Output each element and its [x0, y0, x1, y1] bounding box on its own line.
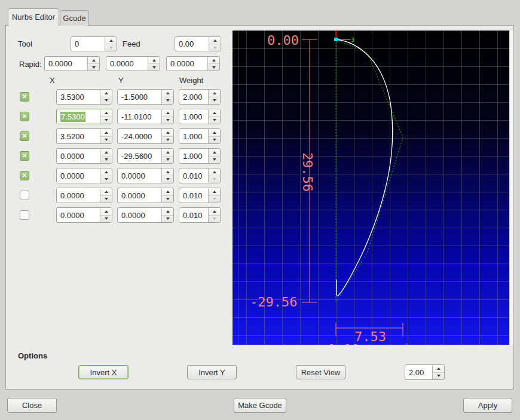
point-enabled-checkbox[interactable]: ✕	[20, 171, 29, 180]
spin-value[interactable]: 2.00	[405, 365, 432, 379]
spin-up-icon[interactable]	[209, 90, 220, 97]
spin-down-icon[interactable]	[100, 97, 112, 105]
spin-down-icon[interactable]	[162, 176, 173, 183]
spin-value[interactable]: 2.000	[179, 90, 208, 104]
spin-down-icon[interactable]	[162, 157, 173, 164]
spin-value[interactable]: 0.010	[179, 208, 208, 222]
spin-value[interactable]: -24.0000	[118, 129, 161, 143]
spin-down-icon[interactable]	[100, 196, 112, 203]
spin-down-icon[interactable]	[209, 176, 220, 183]
spin-down-icon[interactable]	[100, 137, 112, 144]
spin-value[interactable]: 1.000	[179, 129, 208, 143]
point-enabled-checkbox[interactable]: ✕	[20, 151, 29, 161]
spin-down-icon[interactable]	[100, 216, 112, 223]
spin-value[interactable]: 0.0000	[57, 168, 100, 183]
point-weight-spinbox[interactable]: 0.010	[179, 207, 221, 223]
point-x-spinbox[interactable]: 3.5300	[56, 89, 112, 105]
point-x-spinbox[interactable]: 0.0000	[56, 207, 112, 223]
spin-up-icon[interactable]	[100, 208, 112, 216]
spin-value[interactable]: 0.010	[179, 188, 208, 203]
spin-value[interactable]: 0.0000	[57, 208, 100, 222]
spin-value[interactable]: 0.0000	[118, 208, 161, 222]
preview-scrollbar[interactable]	[509, 30, 513, 345]
point-weight-spinbox[interactable]: 1.000	[179, 148, 221, 164]
spin-up-icon[interactable]	[162, 129, 173, 137]
point-weight-spinbox[interactable]: 1.000	[179, 128, 221, 144]
origin-control-point[interactable]	[334, 38, 338, 41]
spin-value[interactable]: 0.0000	[118, 168, 161, 183]
point-weight-spinbox[interactable]: 1.000	[179, 109, 221, 124]
spin-value[interactable]: 3.5300	[57, 90, 100, 104]
point-y-spinbox[interactable]: 0.0000	[117, 168, 174, 183]
spin-down-icon[interactable]	[209, 117, 220, 124]
spin-value[interactable]: 1.000	[179, 109, 208, 124]
spin-down-icon[interactable]	[162, 196, 173, 203]
point-enabled-checkbox[interactable]: ✕	[20, 131, 29, 141]
point-y-spinbox[interactable]: -24.0000	[117, 128, 174, 144]
spin-value[interactable]: 0.0000	[57, 188, 100, 203]
spin-up-icon[interactable]	[100, 90, 112, 97]
spin-up-icon[interactable]	[162, 188, 173, 196]
point-x-spinbox[interactable]: 0.0000	[56, 188, 112, 203]
spin-up-icon[interactable]	[162, 208, 173, 216]
point-x-spinbox[interactable]: 0.0000	[56, 148, 112, 164]
spin-down-icon[interactable]	[162, 97, 173, 105]
point-y-spinbox[interactable]: 0.0000	[117, 188, 174, 203]
point-enabled-checkbox[interactable]: ✕	[20, 92, 29, 102]
spin-value[interactable]: 0.0000	[118, 188, 161, 203]
point-y-spinbox[interactable]: 0.0000	[117, 207, 174, 223]
spin-up-icon[interactable]	[209, 109, 220, 117]
spin-value[interactable]: 7.5300	[57, 109, 100, 124]
spin-value[interactable]: -1.5000	[118, 90, 161, 104]
spin-up-icon[interactable]	[100, 109, 112, 117]
spin-down-icon[interactable]	[209, 97, 220, 105]
spin-down-icon[interactable]	[209, 216, 220, 223]
point-y-spinbox[interactable]: -1.5000	[117, 89, 174, 105]
spin-value[interactable]: 0.0000	[57, 149, 100, 163]
spin-up-icon[interactable]	[162, 149, 173, 157]
point-y-spinbox[interactable]: -29.5600	[117, 148, 174, 164]
point-y-spinbox[interactable]: -11.0100	[117, 109, 174, 124]
tab-nurbs-editor[interactable]: Nurbs Editor	[8, 8, 59, 26]
spin-down-icon[interactable]	[100, 117, 112, 124]
point-enabled-checkbox[interactable]: ✕	[20, 112, 29, 121]
spin-down-icon[interactable]	[162, 117, 173, 124]
nurbs-preview-canvas[interactable]: 3 0.00 29.56 -29.56 7.53 0.00	[233, 30, 509, 345]
spin-down-icon[interactable]	[209, 137, 220, 144]
apply-button[interactable]: Apply	[463, 398, 512, 413]
spin-value[interactable]: 1.000	[179, 149, 208, 163]
point-x-spinbox[interactable]: 3.5200	[56, 128, 112, 144]
spin-up-icon[interactable]	[100, 188, 112, 196]
point-weight-spinbox[interactable]: 0.010	[179, 188, 221, 203]
spin-down-icon[interactable]	[100, 176, 112, 183]
spin-down-icon[interactable]	[162, 137, 173, 144]
spin-down-icon[interactable]	[209, 196, 220, 203]
point-enabled-checkbox[interactable]	[20, 210, 29, 220]
spin-value[interactable]: -29.5600	[118, 149, 161, 163]
scale-spinbox[interactable]: 2.00	[405, 364, 445, 380]
spin-value[interactable]: 3.5200	[57, 129, 100, 143]
spin-up-icon[interactable]	[100, 168, 112, 176]
spin-down-icon[interactable]	[162, 216, 173, 223]
spin-up-icon[interactable]	[209, 149, 220, 157]
spin-up-icon[interactable]	[209, 208, 220, 216]
spin-down-icon[interactable]	[433, 373, 444, 380]
spin-down-icon[interactable]	[209, 157, 220, 164]
spin-value[interactable]: -11.0100	[118, 109, 161, 124]
reset-view-button[interactable]: Reset View	[296, 365, 345, 379]
spin-up-icon[interactable]	[209, 129, 220, 137]
spin-up-icon[interactable]	[433, 365, 444, 373]
point-x-spinbox[interactable]: 7.5300	[56, 109, 112, 124]
point-weight-spinbox[interactable]: 0.010	[179, 168, 221, 183]
spin-up-icon[interactable]	[100, 129, 112, 137]
invert-y-button[interactable]: Invert Y	[187, 365, 237, 379]
close-button[interactable]: Close	[7, 398, 57, 413]
spin-up-icon[interactable]	[209, 188, 220, 196]
tab-gcode[interactable]: Gcode	[60, 10, 89, 26]
point-x-spinbox[interactable]: 0.0000	[56, 168, 112, 183]
make-gcode-button[interactable]: Make Gcode	[234, 398, 286, 413]
spin-up-icon[interactable]	[162, 109, 173, 117]
spin-up-icon[interactable]	[209, 168, 220, 176]
invert-x-button[interactable]: Invert X	[78, 365, 129, 379]
spin-up-icon[interactable]	[162, 90, 173, 97]
